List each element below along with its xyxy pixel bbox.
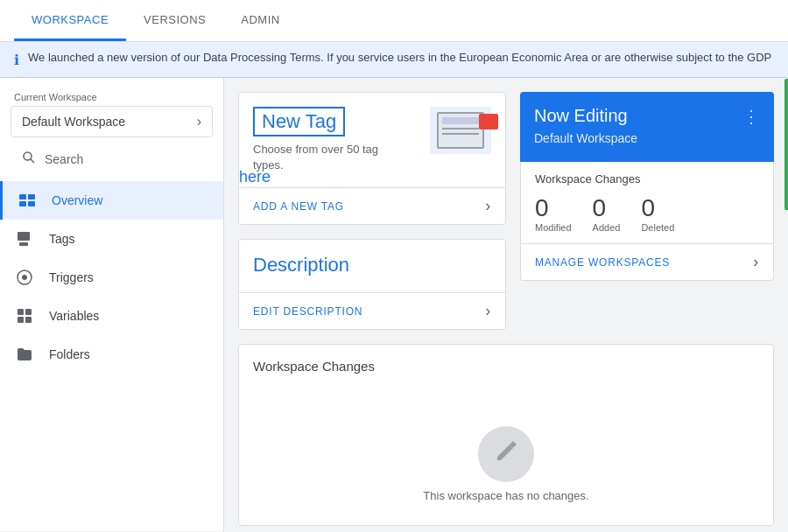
stat-added: 0 Added <box>593 196 621 233</box>
svg-line-1 <box>31 159 34 163</box>
description-card: Description EDIT DESCRIPTION › <box>238 239 506 330</box>
deleted-label: Deleted <box>641 222 674 233</box>
chevron-right-icon: › <box>485 302 491 320</box>
workspace-changes-section-title: Workspace Changes <box>253 359 759 374</box>
svg-rect-6 <box>18 232 30 241</box>
now-editing-info: Now Editing Default Workspace <box>534 106 637 145</box>
workspace-selector-text: Default Workspace <box>22 115 125 129</box>
main-content: New Tag Choose from over 50 tag types. C… <box>224 78 788 531</box>
sidebar-item-variables[interactable]: Variables <box>0 297 223 335</box>
chevron-right-icon: › <box>753 253 759 271</box>
workspace-selector[interactable]: Default Workspace › <box>11 106 213 137</box>
tab-admin[interactable]: ADMIN <box>223 0 297 41</box>
edit-description-button[interactable]: EDIT DESCRIPTION › <box>239 292 505 329</box>
top-cards-row: New Tag Choose from over 50 tag types. C… <box>238 92 774 330</box>
banner: ℹ We launched a new version of our Data … <box>0 42 788 78</box>
svg-rect-11 <box>25 309 32 315</box>
empty-state: This workspace has no changes. <box>253 409 759 511</box>
add-tag-label: ADD A NEW TAG <box>253 200 344 213</box>
empty-state-text: This workspace has no changes. <box>423 489 588 502</box>
main-layout: Current Workspace Default Workspace › Se… <box>0 78 788 531</box>
svg-rect-10 <box>18 309 24 315</box>
search-bar[interactable]: Search <box>11 144 213 174</box>
variables-icon <box>14 305 35 326</box>
sidebar-item-triggers[interactable]: Triggers <box>0 258 223 297</box>
more-options-button[interactable]: ⋮ <box>742 106 760 127</box>
sidebar: Current Workspace Default Workspace › Se… <box>0 78 224 531</box>
new-tag-subtitle: Choose from over 50 tag types. <box>253 142 411 173</box>
left-cards-column: New Tag Choose from over 50 tag types. C… <box>238 92 506 330</box>
modified-label: Modified <box>535 222 572 233</box>
nav-tabs: WORKSPACE VERSIONS ADMIN <box>14 0 298 41</box>
added-value: 0 <box>593 196 607 220</box>
green-edge-indicator <box>784 79 788 210</box>
tags-icon <box>14 228 35 249</box>
new-tag-title: New Tag <box>253 107 345 136</box>
info-icon: ℹ <box>14 52 19 68</box>
svg-rect-5 <box>28 201 35 206</box>
svg-rect-13 <box>25 317 32 323</box>
sidebar-item-folders[interactable]: Folders <box>0 335 223 374</box>
workspace-changes-section: Workspace Changes This workspace has no … <box>238 344 774 526</box>
tab-versions[interactable]: VERSIONS <box>126 0 223 41</box>
folders-label: Folders <box>49 347 90 361</box>
stat-modified: 0 Modified <box>535 196 572 233</box>
top-nav: WORKSPACE VERSIONS ADMIN <box>0 0 788 42</box>
svg-rect-2 <box>19 194 26 200</box>
manage-workspaces-label: MANAGE WORKSPACES <box>535 256 670 269</box>
overview-icon <box>17 190 38 211</box>
folders-icon <box>14 344 35 365</box>
sidebar-item-tags[interactable]: Tags <box>0 220 223 258</box>
search-icon <box>22 150 36 168</box>
triggers-icon <box>14 267 35 288</box>
tag-icon-inner <box>437 112 484 149</box>
svg-point-9 <box>22 275 27 280</box>
sidebar-item-overview[interactable]: Overview <box>0 181 223 220</box>
deleted-value: 0 <box>641 196 655 220</box>
svg-point-0 <box>24 152 32 160</box>
description-title: Description <box>253 254 491 276</box>
added-label: Added <box>593 222 621 233</box>
empty-state-circle <box>478 426 534 482</box>
workspace-changes-header: Workspace Changes <box>521 162 773 189</box>
variables-label: Variables <box>49 309 99 323</box>
modified-value: 0 <box>535 196 549 220</box>
edit-description-label: EDIT DESCRIPTION <box>253 305 362 318</box>
new-tag-card: New Tag Choose from over 50 tag types. C… <box>238 92 506 225</box>
manage-workspaces-button[interactable]: MANAGE WORKSPACES › <box>521 243 773 280</box>
current-workspace-label: Current Workspace <box>0 85 223 106</box>
svg-rect-3 <box>28 194 35 200</box>
add-new-tag-button[interactable]: ADD A NEW TAG › <box>239 187 505 224</box>
new-tag-content: New Tag Choose from over 50 tag types. C… <box>253 107 411 173</box>
tags-label: Tags <box>49 232 75 246</box>
tab-workspace[interactable]: WORKSPACE <box>14 0 126 41</box>
new-tag-card-body: New Tag Choose from over 50 tag types. C… <box>239 93 505 187</box>
description-card-body: Description <box>239 240 505 292</box>
now-editing-title: Now Editing <box>534 106 637 126</box>
stat-deleted: 0 Deleted <box>641 196 674 233</box>
now-editing-workspace: Default Workspace <box>534 131 637 145</box>
edit-icon <box>494 439 518 470</box>
workspace-changes-card: Workspace Changes 0 Modified 0 Added 0 D <box>520 162 774 281</box>
tag-icon <box>430 107 491 154</box>
chevron-right-icon: › <box>197 114 201 130</box>
overview-label: Overview <box>52 193 102 207</box>
triggers-label: Triggers <box>49 270 94 284</box>
red-tag-indicator <box>479 114 498 130</box>
svg-rect-7 <box>19 242 28 246</box>
chevron-right-icon: › <box>485 197 491 215</box>
svg-rect-12 <box>18 317 24 323</box>
svg-rect-4 <box>19 201 26 206</box>
now-editing-card: Now Editing Default Workspace ⋮ <box>520 92 774 162</box>
right-column: Now Editing Default Workspace ⋮ Workspac… <box>520 92 774 330</box>
search-placeholder: Search <box>45 152 83 166</box>
changes-stats: 0 Modified 0 Added 0 Deleted <box>521 189 773 243</box>
